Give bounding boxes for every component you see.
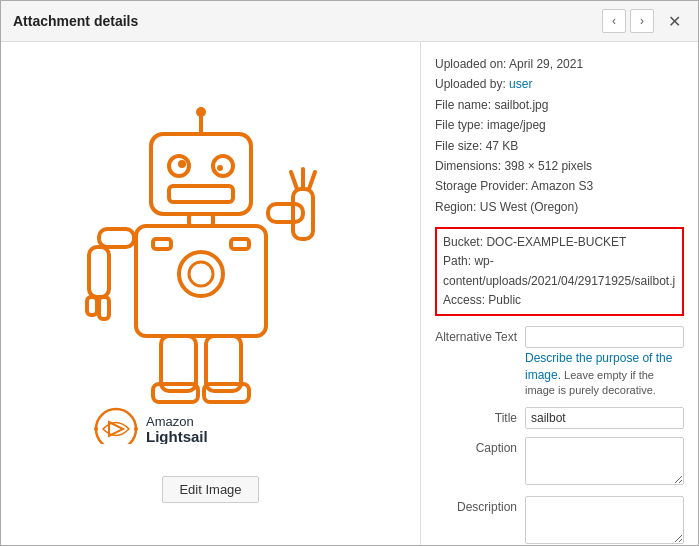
close-button[interactable]: ✕ [662, 9, 686, 33]
svg-point-6 [217, 165, 223, 171]
storage-provider-value: Amazon S3 [531, 179, 593, 193]
title-input[interactable] [525, 407, 684, 429]
caption-row: Caption [435, 437, 684, 488]
svg-point-5 [178, 160, 186, 168]
svg-rect-17 [99, 297, 109, 319]
alt-text-field: Describe the purpose of the image. Leave… [525, 326, 684, 399]
description-input[interactable] [525, 496, 684, 544]
file-type-value: image/jpeg [487, 118, 546, 132]
dialog-title: Attachment details [13, 13, 138, 29]
image-preview: Amazon Lightsail [41, 84, 381, 464]
svg-point-28 [94, 427, 98, 431]
file-type-row: File type: image/jpeg [435, 115, 684, 135]
prev-button[interactable]: ‹ [602, 9, 626, 33]
file-size-row: File size: 47 KB [435, 136, 684, 156]
svg-rect-15 [89, 247, 109, 297]
uploaded-by-link[interactable]: user [509, 77, 532, 91]
dimensions-label: Dimensions: [435, 159, 501, 173]
svg-rect-9 [136, 226, 266, 336]
path-value: wp-content/uploads/2021/04/29171925/sail… [443, 254, 675, 287]
svg-rect-14 [99, 229, 134, 247]
svg-rect-18 [268, 204, 303, 222]
file-name-label: File name: [435, 98, 491, 112]
attachment-details-dialog: Attachment details ‹ › ✕ [0, 0, 699, 546]
robot-illustration: Amazon Lightsail [61, 104, 361, 444]
svg-point-10 [179, 252, 223, 296]
access-label: Access: [443, 293, 485, 307]
uploaded-by-row: Uploaded by: user [435, 74, 684, 94]
file-name-value: sailbot.jpg [494, 98, 548, 112]
edit-image-button[interactable]: Edit Image [162, 476, 258, 503]
alt-text-row: Alternative Text Describe the purpose of… [435, 326, 684, 399]
svg-point-4 [213, 156, 233, 176]
svg-line-20 [291, 172, 297, 189]
svg-rect-13 [231, 239, 249, 249]
svg-text:Lightsail: Lightsail [146, 428, 208, 444]
left-panel: Amazon Lightsail Edit Image [1, 42, 421, 545]
svg-point-11 [189, 262, 213, 286]
region-value: US West (Oregon) [480, 200, 578, 214]
bucket-label: Bucket: [443, 235, 483, 249]
region-row: Region: US West (Oregon) [435, 197, 684, 217]
lightsail-logo: Amazon Lightsail [94, 409, 208, 444]
alt-text-label: Alternative Text [435, 326, 525, 344]
description-field [525, 496, 684, 545]
svg-point-2 [196, 107, 206, 117]
header-nav: ‹ › ✕ [602, 9, 686, 33]
dialog-header: Attachment details ‹ › ✕ [1, 1, 698, 42]
svg-text:Amazon: Amazon [146, 414, 194, 429]
next-button[interactable]: › [630, 9, 654, 33]
bucket-value: DOC-EXAMPLE-BUCKET [486, 235, 626, 249]
file-size-value: 47 KB [486, 139, 519, 153]
svg-point-29 [134, 427, 138, 431]
dimensions-value: 398 × 512 pixels [504, 159, 592, 173]
access-row: Access: Public [443, 291, 676, 310]
title-row: Title [435, 407, 684, 429]
path-label: Path: [443, 254, 471, 268]
title-label: Title [435, 407, 525, 425]
dimensions-row: Dimensions: 398 × 512 pixels [435, 156, 684, 176]
storage-provider-label: Storage Provider: [435, 179, 528, 193]
file-type-label: File type: [435, 118, 484, 132]
caption-input[interactable] [525, 437, 684, 485]
description-label: Description [435, 496, 525, 514]
svg-rect-12 [153, 239, 171, 249]
uploaded-on-label: Uploaded on: [435, 57, 506, 71]
dialog-body: Amazon Lightsail Edit Image Uploaded on:… [1, 42, 698, 545]
file-size-label: File size: [435, 139, 482, 153]
caption-field [525, 437, 684, 488]
title-field [525, 407, 684, 429]
path-row: Path: wp-content/uploads/2021/04/2917192… [443, 252, 676, 290]
caption-label: Caption [435, 437, 525, 455]
storage-provider-row: Storage Provider: Amazon S3 [435, 176, 684, 196]
svg-rect-16 [87, 297, 97, 315]
access-value: Public [488, 293, 521, 307]
region-label: Region: [435, 200, 476, 214]
right-panel: Uploaded on: April 29, 2021 Uploaded by:… [421, 42, 698, 545]
alt-text-input[interactable] [525, 326, 684, 348]
file-name-row: File name: sailbot.jpg [435, 95, 684, 115]
uploaded-on-row: Uploaded on: April 29, 2021 [435, 54, 684, 74]
svg-line-21 [309, 172, 315, 189]
bucket-row: Bucket: DOC-EXAMPLE-BUCKET [443, 233, 676, 252]
uploaded-by-label: Uploaded by: [435, 77, 506, 91]
description-row: Description [435, 496, 684, 545]
svg-rect-7 [169, 186, 233, 202]
uploaded-on-value: April 29, 2021 [509, 57, 583, 71]
highlighted-info-box: Bucket: DOC-EXAMPLE-BUCKET Path: wp-cont… [435, 227, 684, 316]
meta-info: Uploaded on: April 29, 2021 Uploaded by:… [435, 54, 684, 217]
